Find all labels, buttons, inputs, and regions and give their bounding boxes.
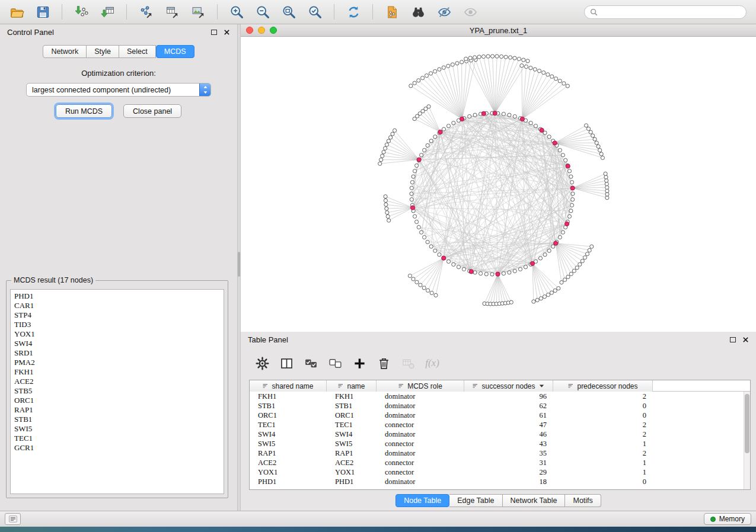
table-tab-node-table[interactable]: Node Table — [395, 494, 449, 507]
import-network-from-file-button[interactable] — [71, 2, 92, 21]
table-tab-edge-table[interactable]: Edge Table — [449, 494, 502, 507]
mcds-result-item[interactable]: TEC1 — [14, 434, 224, 443]
column-header-shared-name[interactable]: shared name — [250, 380, 327, 392]
mcds-result-item[interactable]: CAR1 — [14, 301, 224, 310]
control-panel: Control Panel NetworkStyleSelectMCDS Opt… — [0, 24, 237, 511]
hide-graphics-details-icon — [463, 5, 478, 20]
export-image-button[interactable] — [187, 2, 209, 21]
first-neighbors-button[interactable] — [407, 2, 429, 21]
mcds-result-item[interactable]: TID3 — [14, 320, 224, 329]
control-panel-header: Control Panel — [0, 24, 237, 40]
network-canvas[interactable] — [241, 37, 756, 332]
memory-button[interactable]: Memory — [704, 513, 751, 525]
splitter-handle[interactable] — [238, 252, 240, 277]
table-row[interactable]: SWI5SWI5connector431 — [250, 439, 750, 448]
column-header-label: shared name — [272, 382, 313, 390]
table-settings-button[interactable] — [251, 354, 273, 373]
mcds-result-item[interactable]: GCR1 — [14, 443, 224, 453]
cell-shared-name: ORC1 — [250, 411, 327, 420]
cell-successor-nodes: 62 — [464, 401, 553, 411]
column-chooser-button[interactable] — [276, 354, 297, 373]
table-scrollbar-thumb[interactable] — [745, 394, 749, 453]
zoom-fit-button[interactable] — [278, 2, 299, 21]
export-table-button[interactable] — [161, 2, 183, 21]
export-network-button[interactable] — [135, 2, 157, 21]
zoom-in-button[interactable] — [226, 2, 247, 21]
sort-icon — [398, 383, 404, 389]
mcds-result-item[interactable]: PMA2 — [14, 358, 224, 367]
table-row[interactable]: TEC1TEC1connector472 — [250, 420, 750, 430]
refresh-button[interactable] — [343, 2, 364, 21]
close-panel-icon[interactable] — [742, 336, 749, 343]
tab-mcds[interactable]: MCDS — [156, 45, 194, 58]
cell-predecessor-nodes: 0 — [553, 401, 653, 411]
import-table-from-file-button[interactable] — [97, 2, 118, 21]
toolbar-separator — [217, 4, 218, 20]
panels-menu-button[interactable] — [5, 513, 21, 525]
zoom-selected-icon — [308, 5, 323, 20]
float-panel-icon[interactable] — [211, 30, 217, 35]
tab-network[interactable]: Network — [43, 45, 87, 58]
mcds-result-item[interactable]: STB5 — [14, 386, 224, 396]
cell-shared-name: YOX1 — [250, 467, 327, 477]
add-column-button[interactable] — [349, 354, 370, 373]
mcds-result-item[interactable]: RAP1 — [14, 405, 224, 415]
table-tab-motifs[interactable]: Motifs — [565, 494, 601, 507]
table-row[interactable]: STB1STB1dominator620 — [250, 401, 750, 411]
zoom-in-icon — [229, 5, 244, 20]
close-panel-button[interactable]: Close panel — [123, 104, 181, 118]
mcds-result-item[interactable]: SWI5 — [14, 424, 224, 434]
delete-column-icon — [377, 356, 391, 371]
clone-network-button[interactable] — [381, 2, 403, 21]
mcds-result-item[interactable]: SWI4 — [14, 339, 224, 348]
network-window-title: YPA_prune.txt_1 — [241, 26, 756, 35]
table-scrollbar[interactable] — [744, 392, 750, 489]
select-all-rows-button[interactable] — [300, 354, 321, 373]
column-header-mcds-role[interactable]: MCDS role — [377, 380, 464, 392]
table-row[interactable]: SWI4SWI4dominator462 — [250, 430, 750, 439]
network-view-window: YPA_prune.txt_1 — [241, 24, 756, 332]
run-mcds-button[interactable]: Run MCDS — [56, 104, 112, 118]
close-panel-icon[interactable] — [224, 29, 230, 36]
mcds-result-item[interactable]: ORC1 — [14, 396, 224, 405]
tab-select[interactable]: Select — [119, 45, 156, 58]
column-header-predecessor-nodes[interactable]: predecessor nodes — [553, 380, 653, 392]
float-panel-icon[interactable] — [730, 337, 736, 342]
column-header-successor-nodes[interactable]: successor nodes — [464, 380, 553, 392]
optimization-criterion-select[interactable]: largest connected component (undirected) — [26, 83, 211, 97]
save-session-button[interactable] — [32, 2, 53, 21]
search-field[interactable] — [584, 5, 747, 19]
cell-shared-name: SWI5 — [250, 439, 327, 448]
delete-column-button[interactable] — [373, 354, 394, 373]
table-row[interactable]: FKH1FKH1dominator962 — [250, 392, 750, 401]
deselect-all-rows-button[interactable] — [324, 354, 346, 373]
column-header-name[interactable]: name — [327, 380, 377, 392]
zoom-selected-button[interactable] — [304, 2, 326, 21]
table-row[interactable]: ACE2ACE2connector311 — [250, 458, 750, 467]
cell-successor-nodes: 29 — [464, 467, 553, 477]
import-network-from-file-icon — [74, 5, 89, 20]
tab-style[interactable]: Style — [87, 45, 119, 58]
table-row[interactable]: ORC1ORC1dominator610 — [250, 411, 750, 420]
table-row[interactable]: RAP1RAP1dominator352 — [250, 448, 750, 458]
mcds-result-item[interactable]: YOX1 — [14, 329, 224, 339]
search-input[interactable] — [601, 8, 741, 16]
refresh-icon — [346, 5, 361, 20]
mcds-result-item[interactable]: SRD1 — [14, 348, 224, 358]
table-tab-network-table[interactable]: Network Table — [503, 494, 566, 507]
mcds-result-item[interactable]: PHD1 — [14, 291, 224, 301]
table-row[interactable]: PHD1PHD1dominator180 — [250, 477, 750, 486]
mcds-result-item[interactable]: STP4 — [14, 310, 224, 320]
zoom-out-button[interactable] — [252, 2, 273, 21]
mcds-result-item[interactable]: ACE2 — [14, 377, 224, 386]
show-graphics-details-icon — [437, 5, 452, 20]
mcds-result-item[interactable]: FKH1 — [14, 367, 224, 377]
sort-icon — [337, 383, 344, 389]
import-table-disabled-icon — [401, 356, 416, 371]
show-graphics-details-button[interactable] — [433, 2, 455, 21]
table-row[interactable]: YOX1YOX1connector291 — [250, 467, 750, 477]
open-session-button[interactable] — [6, 2, 27, 21]
mcds-result-item[interactable]: STB1 — [14, 415, 224, 424]
cell-shared-name: STB1 — [250, 401, 327, 411]
sort-icon — [567, 383, 574, 389]
